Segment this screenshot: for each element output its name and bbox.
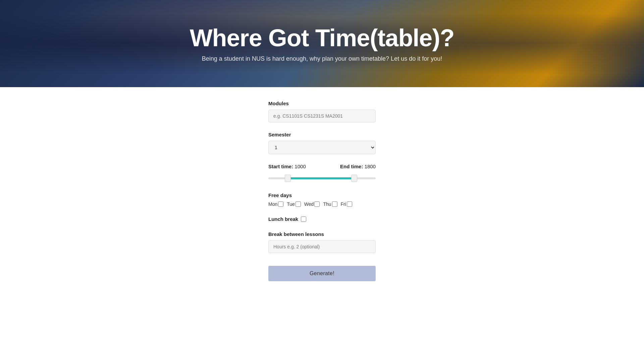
hero-title: Where Got Time(table)? <box>190 25 454 51</box>
end-time-value: 1800 <box>365 164 376 169</box>
day-label-thu: Thu <box>323 201 331 207</box>
lunch-break-checkbox[interactable] <box>301 217 306 222</box>
time-range-group: Start time: 1000 End time: 1800 <box>268 164 376 183</box>
day-checkbox-thu[interactable] <box>332 201 337 207</box>
slider-track <box>268 177 376 179</box>
break-lessons-input[interactable] <box>268 240 376 253</box>
semester-select[interactable]: 1 2 <box>268 141 376 154</box>
hero-section: Where Got Time(table)? Being a student i… <box>0 0 644 87</box>
semester-label: Semester <box>268 132 376 137</box>
break-lessons-label: Break between lessons <box>268 231 376 237</box>
lunch-break-group: Lunch break <box>268 216 376 222</box>
day-label-wed: Wed <box>304 201 314 207</box>
modules-label: Modules <box>268 101 376 106</box>
lunch-row: Lunch break <box>268 216 376 222</box>
free-days-group: Free days Mon Tue Wed Thu <box>268 192 376 207</box>
day-checkbox-mon[interactable] <box>278 201 283 207</box>
end-time-label: End time: 1800 <box>340 164 376 170</box>
day-item-mon: Mon <box>268 201 283 207</box>
day-checkbox-wed[interactable] <box>314 201 320 207</box>
day-item-tue: Tue <box>287 201 301 207</box>
slider-thumb-start[interactable] <box>285 175 291 182</box>
hero-subtitle: Being a student in NUS is hard enough, w… <box>202 55 442 62</box>
main-content: Modules Semester 1 2 Start time: 1000 En… <box>0 87 644 301</box>
time-range-header: Start time: 1000 End time: 1800 <box>268 164 376 170</box>
generate-button[interactable]: Generate! <box>268 266 376 281</box>
lunch-break-label: Lunch break <box>268 216 298 222</box>
modules-group: Modules <box>268 101 376 122</box>
modules-input[interactable] <box>268 110 376 122</box>
day-label-mon: Mon <box>268 201 277 207</box>
day-item-thu: Thu <box>323 201 337 207</box>
time-slider[interactable] <box>268 174 376 183</box>
day-item-wed: Wed <box>304 201 320 207</box>
day-label-fri: Fri <box>341 201 346 207</box>
slider-fill <box>288 177 354 179</box>
start-time-text: Start time: <box>268 164 294 169</box>
day-item-fri: Fri <box>341 201 352 207</box>
day-label-tue: Tue <box>287 201 295 207</box>
free-days-row: Mon Tue Wed Thu Fri <box>268 201 376 207</box>
break-lessons-group: Break between lessons <box>268 231 376 253</box>
slider-thumb-end[interactable] <box>351 175 357 182</box>
semester-group: Semester 1 2 <box>268 132 376 154</box>
day-checkbox-tue[interactable] <box>296 201 301 207</box>
start-time-value: 1000 <box>294 164 306 169</box>
day-checkbox-fri[interactable] <box>347 201 352 207</box>
end-time-text: End time: <box>340 164 365 169</box>
form-container: Modules Semester 1 2 Start time: 1000 En… <box>268 101 376 281</box>
start-time-label: Start time: 1000 <box>268 164 306 170</box>
free-days-label: Free days <box>268 192 376 198</box>
